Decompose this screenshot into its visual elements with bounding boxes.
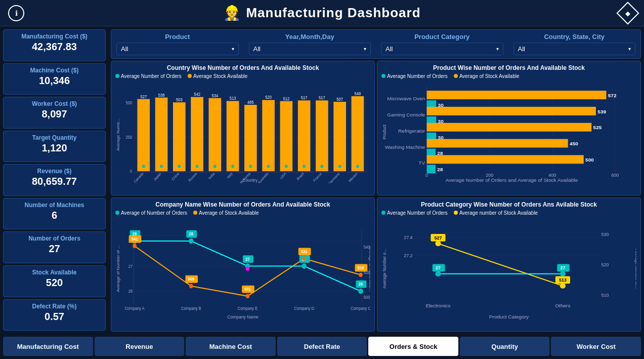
category-chart-title: Product Category Wise Number of Orders A… [381,201,636,208]
svg-rect-24 [208,98,221,171]
svg-text:Canada: Canada [133,172,144,183]
svg-point-135 [246,294,250,298]
svg-text:Average Number of Orders and A: Average Number of Orders and Average of … [446,178,578,183]
svg-text:527: 527 [140,94,147,99]
svg-text:530: 530 [602,232,609,237]
filter-group: Country, State, City All ▾ [513,33,636,55]
svg-text:China: China [171,172,180,181]
svg-rect-32 [244,105,257,171]
tab-button[interactable]: Worker Cost [551,337,641,356]
country-chart-title: Country Wise Number of Orders And Availa… [115,64,370,71]
country-chart-svg-wrap: Average Numb... 0 250 500527Canada538Jap… [115,81,370,183]
svg-text:26: 26 [128,289,133,293]
tab-button[interactable]: Manufacturing Cost [3,337,93,356]
svg-text:485: 485 [247,100,254,105]
svg-text:538: 538 [158,93,165,97]
kpi-card: Worker Cost ($) 8,097 [3,97,106,129]
svg-text:509: 509 [188,277,194,282]
svg-point-125 [358,288,363,294]
kpi-value: 520 [8,277,101,289]
svg-rect-71 [427,91,607,99]
svg-text:450: 450 [570,141,578,147]
bottom-tabs: Manufacturing CostRevenueMachine CostDef… [0,334,644,359]
kpi-label: Number of Orders [8,235,101,242]
svg-text:Microwave Oven: Microwave Oven [387,96,425,101]
svg-text:Product Category: Product Category [489,314,529,320]
svg-text:548: 548 [355,91,361,96]
svg-text:27: 27 [128,264,133,268]
svg-rect-56 [352,96,364,171]
product-chart-title: Product Wise Number of Orders And Availa… [381,64,636,71]
svg-text:500: 500 [585,157,594,163]
svg-text:Average Numb...: Average Numb... [116,118,120,150]
kpi-label: Target Quantity [8,134,101,141]
filter-select[interactable]: All ▾ [513,43,636,55]
svg-text:Germany: Germany [328,172,340,183]
svg-point-129 [133,244,137,248]
tab-button[interactable]: Orders & Stock [368,337,458,356]
svg-rect-48 [316,100,328,171]
svg-rect-8 [137,99,150,172]
svg-rect-91 [427,155,584,164]
svg-text:512: 512 [283,96,290,101]
svg-point-155 [435,271,441,276]
svg-text:27: 27 [560,265,565,270]
svg-text:TV: TV [418,161,425,166]
filter-group: Year,Month,Day All ▾ [249,33,371,55]
kpi-value: 8,097 [8,108,101,120]
svg-text:28: 28 [189,231,194,236]
svg-text:520: 520 [602,262,609,267]
info-icon[interactable]: ℹ [8,5,24,21]
main-content: Manufacturing Cost ($) 42,367.83Machine … [0,26,644,334]
svg-point-144 [246,266,250,270]
filter-select[interactable]: All ▾ [381,43,503,55]
kpi-label: Machine Cost ($) [8,67,101,74]
svg-text:Company E: Company E [238,306,258,311]
tab-button[interactable]: Quantity [460,337,550,356]
svg-text:Company C: Company C [351,306,370,311]
svg-text:200: 200 [486,173,493,178]
svg-text:Average number of...: Average number of... [634,249,636,289]
svg-rect-36 [262,100,275,172]
kpi-value: 27 [8,243,101,255]
product-chart-legend: Average Number of Orders Average of Stoc… [381,73,636,79]
tab-button[interactable]: Machine Cost [186,337,276,356]
svg-point-138 [302,256,306,260]
svg-point-31 [231,165,234,168]
svg-text:539: 539 [597,109,606,114]
svg-text:Company Name: Company Name [227,314,259,320]
filter-label: Country, State, City [513,33,636,41]
filter-select[interactable]: All ▾ [249,43,371,55]
svg-point-113 [189,238,194,244]
svg-text:534: 534 [211,93,218,98]
kpi-card: Number of Orders 27 [3,231,106,263]
svg-text:Russia: Russia [188,172,197,182]
page-title: Manufacturing Dashboard [246,5,420,21]
svg-rect-28 [227,101,239,171]
svg-text:517: 517 [301,96,308,100]
header: ℹ 👷 Manufacturing Dashboard ◆ [0,0,644,26]
svg-text:Electronics: Electronics [425,303,450,308]
svg-text:Company D: Company D [294,306,314,311]
filter-select[interactable]: All ▾ [116,43,239,55]
svg-text:Mexico: Mexico [348,172,358,183]
filter-label: Product Category [381,33,503,41]
svg-text:518: 518 [358,265,364,270]
svg-text:507: 507 [336,97,343,102]
svg-point-132 [189,284,193,288]
svg-text:513: 513 [559,277,567,283]
svg-text:Washing Machine: Washing Machine [385,144,425,150]
svg-rect-20 [191,97,203,172]
svg-point-47 [303,165,306,168]
svg-rect-52 [333,102,346,171]
svg-rect-44 [298,100,311,171]
sidebar: Manufacturing Cost ($) 42,367.83Machine … [0,26,109,334]
kpi-value: 10,346 [8,75,101,87]
company-chart-legend: Average of Number of Orders Average of S… [115,210,370,216]
diamond-icon[interactable]: ◆ [616,2,639,24]
company-chart-title: Company Name Wise Number of Orders And A… [115,201,370,208]
tab-button[interactable]: Defect Rate [277,337,367,356]
tab-button[interactable]: Revenue [95,337,185,356]
svg-text:513: 513 [230,96,236,101]
svg-text:Refrigerator: Refrigerator [398,128,425,134]
